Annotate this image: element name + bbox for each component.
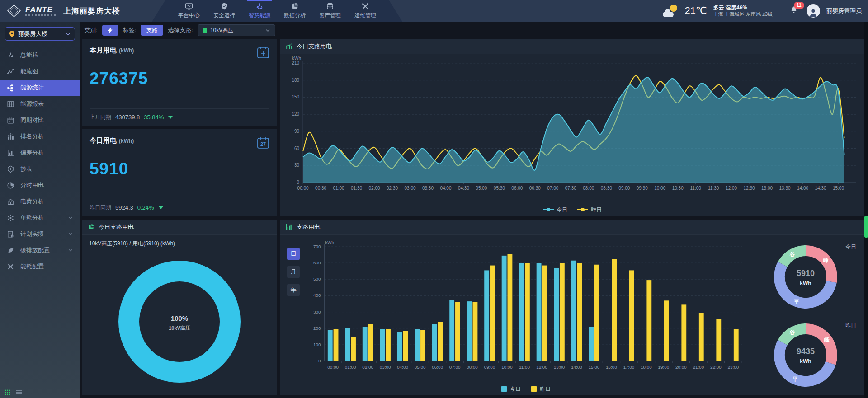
legend-label: 今日 [510,385,521,393]
trend-chart-icon [286,43,292,50]
nav-item-1[interactable]: 平台中心 [173,0,205,22]
main-row: 丽婴房大楼 总能耗能流图能源统计能源报表同期对比排名分析偏差分析抄表分时用电电费… [0,22,868,398]
branch-dropdown[interactable]: 10kV高压 [198,24,275,36]
brand-logo: FANTE [6,4,57,18]
svg-text:10kV高压: 10kV高压 [169,325,190,331]
month-usage-card: 本月用电(kWh) 276375 上月同期 430739.8 35.84% [82,39,277,126]
svg-text:600: 600 [313,260,321,265]
period-button-日[interactable]: 日 [287,248,300,260]
svg-text:05:30: 05:30 [494,186,505,191]
sidebar-item-11[interactable]: 单耗分析 [0,210,80,226]
tag-label: 标签: [123,26,137,34]
config-tools-icon [7,263,14,271]
avatar[interactable] [807,4,820,18]
sidebar-item-3[interactable]: 能源统计 [0,80,80,96]
flow-icon [7,68,14,75]
svg-text:kWh: kWh [292,56,301,61]
cost-icon [7,198,14,206]
scrollbar-thumb[interactable] [864,216,868,238]
svg-text:08:00: 08:00 [583,186,594,191]
svg-text:10:00: 10:00 [654,186,666,191]
sidebar-item-label: 分时用电 [20,181,44,189]
svg-text:90: 90 [294,129,300,134]
branch-status-dot [203,28,207,33]
month-card-footer: 上月同期 430739.8 35.84% [90,108,269,121]
nav-item-5[interactable]: 资产管理 [314,0,346,22]
unit-analysis-icon [7,214,14,222]
svg-text:400: 400 [313,293,321,298]
svg-text:04:30: 04:30 [458,186,470,191]
chevron-down-icon [66,32,71,37]
sidebar-item-label: 能流图 [20,67,38,75]
sidebar-item-label: 电费分析 [20,197,44,206]
today-tou-donut-chart: 峰平谷5910kWh [769,241,842,315]
svg-text:30: 30 [294,163,300,168]
decrease-arrow-icon [159,206,163,209]
svg-text:05:00: 05:00 [476,186,487,191]
branch-bar-chart: 0100200300400500600700kWh00:0001:0002:00… [303,239,749,383]
sidebar-item-4[interactable]: 能源报表 [0,96,80,112]
svg-text:峰: 峰 [824,337,830,343]
svg-text:27: 27 [260,141,266,147]
ops-icon [361,2,369,10]
calendar-plus-icon[interactable] [256,45,270,60]
nav-item-2[interactable]: 安全运行 [208,0,241,22]
carbon-leaf-icon [7,247,14,254]
sidebar-item-6[interactable]: 排名分析 [0,128,80,145]
ranking-icon [7,133,14,140]
bar-panel-title: 支路用电 [297,223,320,231]
svg-text:13:00: 13:00 [761,186,773,191]
sidebar-item-8[interactable]: 抄表 [0,161,80,177]
sidebar-item-1[interactable]: 总能耗 [0,47,80,63]
nav-item-6[interactable]: 运维管理 [349,0,382,22]
legend-swatch [501,386,507,392]
plan-icon [7,230,14,238]
nav-item-label: 平台中心 [178,12,200,19]
sidebar-item-9[interactable]: 分时用电 [0,177,80,193]
svg-text:17:00: 17:00 [623,365,635,370]
sidebar-item-10[interactable]: 电费分析 [0,193,80,210]
nav-item-4[interactable]: 数据分析 [278,0,311,22]
menu-list-icon[interactable] [16,389,22,395]
month-usage-value: 276375 [90,69,269,88]
legend-item-今日[interactable]: 今日 [501,385,521,393]
chevron-down-icon [265,28,270,33]
sidebar-item-12[interactable]: 计划实绩 [0,226,80,242]
svg-text:07:00: 07:00 [449,365,461,370]
vertical-scrollbar[interactable] [864,22,868,398]
svg-text:平: 平 [793,298,799,304]
svg-text:20:00: 20:00 [675,365,687,370]
user-name[interactable]: 丽婴房管理员 [826,7,862,15]
legend-item-今日[interactable]: 今日 [543,206,567,214]
svg-text:5910: 5910 [797,269,815,278]
sidebar-item-2[interactable]: 能流图 [0,63,80,80]
legend-item-昨日[interactable]: 昨日 [531,385,551,393]
branch-tag-button[interactable]: 支路 [141,25,163,36]
svg-text:11:00: 11:00 [519,365,530,370]
period-button-月[interactable]: 月 [287,266,300,278]
legend-line-marker [577,207,588,212]
svg-text:09:30: 09:30 [637,186,648,191]
nav-item-3[interactable]: 智慧能源 [243,0,276,22]
sidebar-item-13[interactable]: 碳排放配置 [0,242,80,258]
svg-text:120: 120 [292,112,299,117]
left-column: 本月用电(kWh) 276375 上月同期 430739.8 35.84% [82,39,277,395]
svg-text:0: 0 [297,180,300,185]
period-button-年[interactable]: 年 [287,284,300,296]
calendar-day-icon[interactable]: 27 [256,136,270,150]
grid-dots-icon[interactable] [5,389,10,395]
sidebar-item-5[interactable]: 同期对比 [0,112,80,128]
notifications-button[interactable]: 11 [789,5,800,16]
today-card-unit: (kWh) [119,138,134,144]
electricity-category-button[interactable] [102,25,118,36]
bar-chart-column: 0100200300400500600700kWh00:0001:0002:00… [303,239,749,395]
month-pct-change: 35.84% [144,114,164,121]
sidebar-item-label: 总能耗 [20,51,38,59]
building-selector[interactable]: 丽婴房大楼 [5,27,75,41]
sidebar-item-7[interactable]: 偏差分析 [0,145,80,161]
sidebar-item-14[interactable]: 能耗配置 [0,258,80,275]
svg-text:100: 100 [313,342,321,347]
legend-item-昨日[interactable]: 昨日 [577,206,602,214]
svg-text:01:30: 01:30 [351,186,363,191]
svg-text:100%: 100% [171,314,188,322]
